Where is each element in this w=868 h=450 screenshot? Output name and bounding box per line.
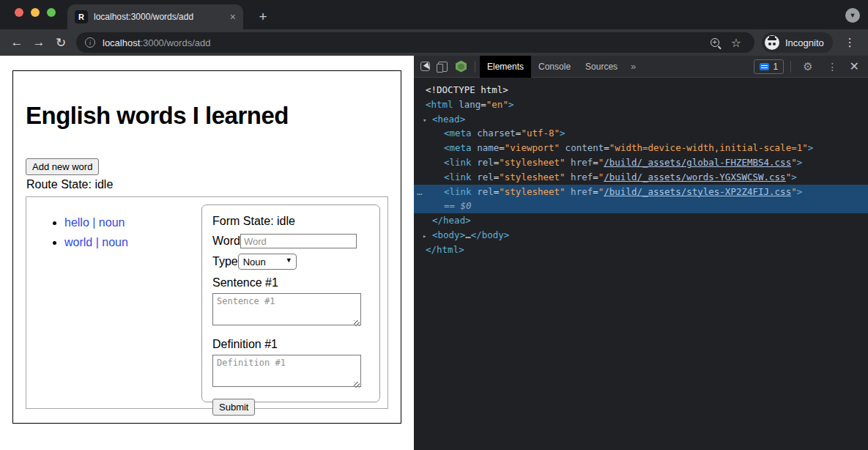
tab-elements[interactable]: Elements (480, 56, 531, 78)
incognito-icon (765, 35, 779, 50)
issues-count: 1 (773, 62, 778, 72)
code-token: "stylesheet" (499, 186, 565, 197)
code-token: " (791, 186, 797, 197)
code-token: charset (472, 128, 516, 139)
divider (790, 61, 791, 73)
browser-tab[interactable]: R localhost:3000/words/add × (67, 4, 243, 29)
address-bar[interactable]: i localhost:3000/words/add + ☆ (76, 32, 754, 53)
code-token: /build/_assets/styles-XP2Z4FIJ.css (604, 186, 791, 197)
browser-menu-icon[interactable]: ⋮ (845, 36, 856, 49)
code-token: rel (472, 157, 494, 168)
tab-title: localhost:3000/words/add (94, 12, 226, 22)
word-link-hello[interactable]: hello | noun (64, 216, 125, 229)
device-toolbar-icon[interactable] (438, 62, 448, 72)
add-word-form: Form State: idle Word Type Noun ▼ Senten… (201, 204, 380, 402)
code-token: = (593, 186, 598, 197)
zoom-level-icon[interactable]: + (711, 38, 719, 47)
code-token: <meta (444, 128, 472, 139)
code-token: "viewport" (505, 142, 560, 153)
tab-console[interactable]: Console (531, 56, 578, 78)
dom-tree-line[interactable]: <meta name="viewport" content="width=dev… (414, 141, 868, 155)
code-token: > (560, 128, 565, 139)
dom-tree-line[interactable]: </html> (414, 243, 868, 257)
resize-grip-icon[interactable] (354, 320, 360, 326)
code-token: "stylesheet" (499, 171, 565, 182)
type-select[interactable]: Noun (238, 254, 297, 270)
dom-tree-line[interactable]: <link rel="stylesheet" href="/build/_ass… (414, 155, 868, 170)
code-token: </head> (432, 215, 471, 226)
url-text: localhost:3000/words/add (103, 37, 711, 48)
route-state-text: Route State: idle (26, 178, 113, 191)
dom-tree-line[interactable]: <link rel="stylesheet" href="/build/_ass… (414, 170, 868, 185)
remix-favicon-icon: R (75, 10, 88, 23)
devtools-menu-icon[interactable]: ⋮ (828, 61, 838, 73)
code-token: … (465, 229, 471, 240)
tab-strip: R localhost:3000/words/add × + ▼ (0, 0, 868, 29)
dom-tree-line[interactable]: == $0 (414, 199, 868, 213)
site-info-icon[interactable]: i (85, 37, 95, 48)
page-viewport: English words I learned Add new word Rou… (0, 56, 414, 450)
incognito-label: Incognito (785, 37, 824, 48)
add-new-word-button[interactable]: Add new word (26, 158, 99, 175)
code-token: name (472, 142, 500, 153)
window-minimize-button[interactable] (31, 8, 40, 17)
settings-gear-icon[interactable]: ⚙ (803, 60, 812, 73)
code-token: == $0 (444, 200, 472, 211)
code-token: </html> (426, 244, 464, 255)
code-token: "stylesheet" (499, 157, 565, 168)
code-token: = (604, 142, 609, 153)
dom-tree-line[interactable]: <!DOCTYPE html> (414, 83, 868, 97)
extension-hexagon-icon[interactable] (456, 61, 467, 73)
issues-bubble-icon (760, 63, 769, 70)
type-label: Type (212, 255, 238, 268)
divider (475, 61, 475, 73)
definition-textarea[interactable] (212, 355, 361, 387)
code-token: </body> (471, 229, 510, 240)
code-token: /build/_assets/global-FHZEMBS4.css (604, 157, 791, 168)
word-input[interactable] (240, 234, 357, 248)
new-tab-button[interactable]: + (253, 7, 272, 26)
dom-tree-line[interactable]: …<link rel="stylesheet" href="/build/_as… (414, 185, 868, 199)
code-token: <body> (432, 229, 465, 240)
tab-search-button[interactable]: ▼ (845, 8, 860, 23)
incognito-badge: Incognito (762, 32, 833, 53)
dom-tree-line[interactable]: ▸<body>…</body> (414, 228, 868, 243)
words-panel: hello | noun world | noun Form State: id… (26, 196, 388, 409)
forward-icon[interactable]: → (28, 35, 50, 50)
code-token: "utf-8" (521, 128, 560, 139)
word-link-world[interactable]: world | noun (64, 236, 128, 248)
code-token: <link (444, 171, 472, 182)
dom-tree-line[interactable]: <meta charset="utf-8"> (414, 126, 868, 141)
dom-tree-line[interactable]: <html lang="en"> (414, 97, 868, 112)
issues-counter[interactable]: 1 (754, 59, 784, 74)
code-token: "en" (486, 99, 508, 110)
line-more-actions-icon[interactable]: … (417, 185, 422, 199)
dom-tree-line[interactable]: ▾<head> (414, 112, 868, 127)
dom-tree-line[interactable]: </head> (414, 213, 868, 228)
devtools-panel: Elements Console Sources » 1 ⚙ ⋮ ✕ <!DOC… (414, 56, 868, 450)
inspect-element-icon[interactable] (420, 62, 430, 71)
window-close-button[interactable] (15, 8, 23, 17)
page-title: English words I learned (26, 102, 289, 130)
reload-icon[interactable]: ↻ (50, 35, 72, 51)
sentence-textarea[interactable] (212, 293, 361, 325)
browser-toolbar: ← → ↻ i localhost:3000/words/add + ☆ Inc… (0, 29, 868, 56)
more-tabs-icon[interactable]: » (625, 61, 642, 72)
tab-sources[interactable]: Sources (578, 56, 625, 78)
submit-button[interactable]: Submit (212, 399, 255, 416)
code-token: "width=device-width,initial-scale=1" (609, 142, 808, 153)
tab-close-icon[interactable]: × (230, 11, 236, 23)
code-token: > (508, 99, 514, 110)
code-token: lang (453, 99, 481, 110)
word-label: Word (212, 235, 240, 248)
code-token: > (797, 157, 803, 168)
back-icon[interactable]: ← (6, 35, 28, 50)
code-token: > (808, 142, 814, 153)
code-token: <meta (444, 142, 472, 153)
code-token: " (791, 157, 797, 168)
resize-grip-icon[interactable] (354, 382, 360, 388)
devtools-close-icon[interactable]: ✕ (850, 59, 859, 73)
form-state-text: Form State: idle (212, 215, 369, 228)
bookmark-star-icon[interactable]: ☆ (731, 36, 741, 50)
window-maximize-button[interactable] (47, 8, 56, 17)
